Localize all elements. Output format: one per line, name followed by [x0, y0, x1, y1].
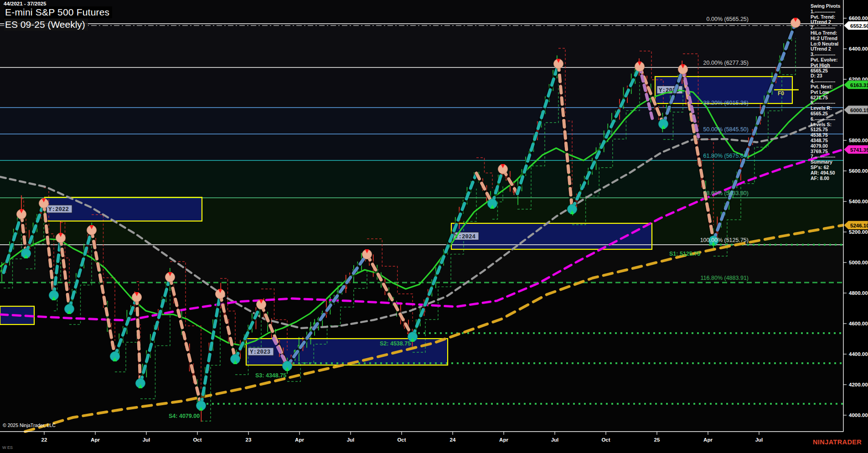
- time-axis-label: 23: [246, 437, 252, 443]
- time-axis-label: Apr: [295, 437, 304, 443]
- time-axis-label: Jul: [143, 437, 150, 443]
- time-axis-label: Apr: [703, 437, 713, 443]
- price-axis-label: 5000.00: [849, 260, 868, 265]
- year-label: Y:2022: [48, 206, 69, 213]
- time-axis-label: Jul: [551, 437, 559, 443]
- price-axis-label: 4800.00: [849, 290, 868, 296]
- fib-level-label: 78.60% (5433.80): [703, 190, 749, 196]
- year-label: Y:2023: [250, 349, 270, 355]
- support-level-label: S3: 4348.75: [255, 372, 286, 379]
- price-chart-canvas[interactable]: Y:2022Y:2023Y:2024Y:2025F00.00% (6565.25…: [0, 0, 868, 453]
- price-marker-value: 6000.15: [850, 108, 868, 113]
- time-axis-label: Apr: [91, 437, 100, 443]
- price-marker-value: 5246.10: [850, 223, 868, 228]
- time-axis-label: Oct: [193, 437, 202, 443]
- ninjatrader-chart-window: Y:2022Y:2023Y:2024Y:2025F00.00% (6565.25…: [0, 0, 868, 453]
- fib-level-label: 38.20% (6015.36): [703, 100, 749, 106]
- price-axis-label: 4200.00: [849, 382, 868, 387]
- price-marker-value: 6552.50: [850, 23, 868, 29]
- price-axis-label: 4000.00: [849, 412, 868, 418]
- fib-level-label: 20.00% (6277.35): [703, 60, 749, 66]
- time-axis-label: Oct: [397, 437, 406, 443]
- support-level-label: S4: 4079.00: [169, 413, 200, 419]
- time-axis-label: Jul: [755, 437, 763, 443]
- copyright-label: © 2025 NinjaTrader, LLC: [3, 422, 56, 428]
- price-axis-label: 5200.00: [849, 229, 868, 235]
- price-axis-label: 5800.00: [849, 138, 868, 143]
- time-axis-label: Oct: [601, 437, 610, 443]
- time-axis-label: 24: [450, 437, 456, 443]
- price-axis-label: 5400.00: [849, 199, 868, 204]
- price-marker-value: 5741.35: [850, 147, 868, 153]
- series-tag-label: W ES: [2, 445, 13, 450]
- support-level-label: S1: 5125.75: [669, 251, 700, 257]
- price-axis-label: 6400.00: [849, 46, 868, 51]
- price-axis-label: 6600.00: [849, 15, 868, 21]
- price-axis-label: 4600.00: [849, 321, 868, 326]
- f0-label: F0: [778, 90, 784, 97]
- fib-level-label: 116.80% (4883.91): [701, 275, 749, 281]
- time-axis-label: 25: [654, 437, 660, 443]
- time-axis-label: 22: [41, 437, 47, 443]
- fib-level-label: 50.00% (5845.50): [703, 126, 749, 133]
- price-axis-label: 5600.00: [849, 168, 868, 174]
- fib-level-label: 100.00% (5125.75): [700, 237, 749, 243]
- price-marker-value: 6163.31: [850, 82, 868, 88]
- fib-level-label: 61.80% (5675.64): [703, 153, 749, 159]
- support-level-label: S2: 4538.75: [380, 340, 411, 347]
- fib-level-label: 0.00% (6565.25): [707, 16, 749, 22]
- price-axis-label: 4400.00: [849, 351, 868, 357]
- ninjatrader-logo: NINJATRADER: [813, 438, 862, 446]
- time-axis-label: Apr: [499, 437, 508, 443]
- year-range-box-fill: [451, 223, 652, 249]
- time-axis-label: Jul: [347, 437, 355, 443]
